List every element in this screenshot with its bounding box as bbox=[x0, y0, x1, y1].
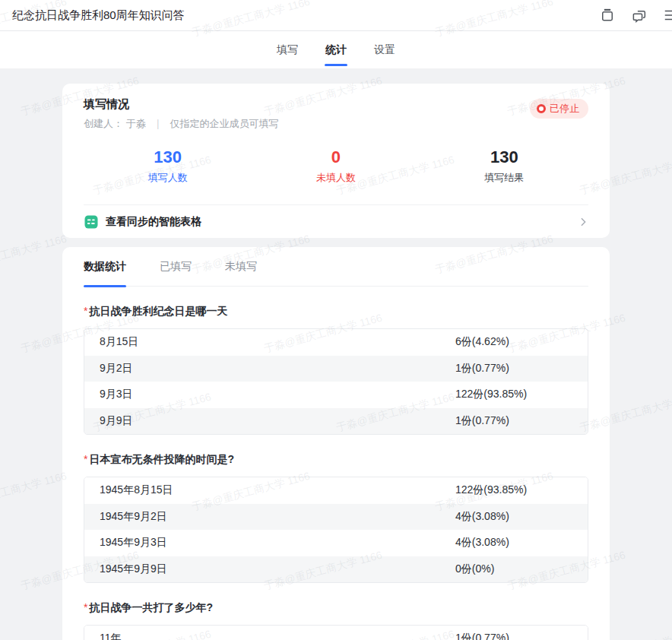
summary-card-title: 填写情况 bbox=[84, 97, 279, 112]
page-title: 纪念抗日战争胜利80周年知识问答 bbox=[12, 8, 185, 23]
option-label: 1945年9月9日 bbox=[84, 562, 167, 576]
option-count: 6份(4.62%) bbox=[455, 335, 509, 349]
option-count: 1份(0.77%) bbox=[455, 362, 509, 375]
tab-settings[interactable]: 设置 bbox=[373, 31, 396, 68]
stat-unfilled-count: 0 未填人数 bbox=[252, 147, 420, 185]
question-block: *抗日战争胜利纪念日是哪一天 8月15日6份(4.62%)9月2日1份(0.77… bbox=[84, 305, 588, 435]
option-count: 4份(3.08%) bbox=[455, 510, 509, 524]
smart-sheet-icon bbox=[84, 214, 99, 230]
questions-list: *抗日战争胜利纪念日是哪一天 8月15日6份(4.62%)9月2日1份(0.77… bbox=[84, 305, 588, 640]
question-title: *抗日战争胜利纪念日是哪一天 bbox=[84, 305, 588, 318]
option-row: 8月15日6份(4.62%) bbox=[84, 329, 588, 356]
title-bar: 纪念抗日战争胜利80周年知识问答 bbox=[0, 0, 672, 31]
option-count: 122份(93.85%) bbox=[455, 483, 527, 497]
main-tab-bar: 填写 统计 设置 bbox=[0, 31, 672, 68]
status-badge: 已停止 bbox=[530, 99, 588, 119]
question-block: *日本宣布无条件投降的时间是? 1945年8月15日122份(93.85%)19… bbox=[84, 453, 588, 583]
option-count: 122份(93.85%) bbox=[455, 388, 527, 401]
stat-result-count: 130 填写结果 bbox=[420, 147, 588, 185]
stat-value: 0 bbox=[252, 147, 420, 167]
option-count: 4份(3.08%) bbox=[455, 536, 509, 550]
creator-line: 创建人： 于淼 ｜ 仅指定的企业成员可填写 bbox=[84, 117, 279, 131]
option-row: 1945年9月9日0份(0%) bbox=[84, 556, 588, 583]
option-label: 1945年9月2日 bbox=[84, 510, 167, 524]
option-label: 1945年9月3日 bbox=[84, 536, 167, 550]
chevron-right-icon bbox=[578, 217, 588, 227]
stat-label: 填写人数 bbox=[84, 171, 252, 185]
summary-card-header: 填写情况 创建人： 于淼 ｜ 仅指定的企业成员可填写 已停止 bbox=[84, 97, 588, 131]
option-count: 1份(0.77%) bbox=[455, 414, 509, 428]
question-block: *抗日战争一共打了多少年? 11年1份(0.77%) bbox=[84, 601, 588, 640]
printer-icon[interactable] bbox=[599, 7, 616, 24]
required-asterisk: * bbox=[84, 453, 87, 465]
stopped-icon bbox=[537, 104, 546, 113]
option-row: 1945年9月3日4份(3.08%) bbox=[84, 530, 588, 556]
question-title-text: 抗日战争胜利纪念日是哪一天 bbox=[89, 305, 227, 317]
titlebar-icons bbox=[599, 7, 669, 24]
tab-statistics[interactable]: 统计 bbox=[325, 31, 347, 68]
option-label: 9月9日 bbox=[84, 414, 133, 428]
option-row: 9月2日1份(0.77%) bbox=[84, 356, 588, 382]
status-badge-label: 已停止 bbox=[550, 102, 579, 116]
separator: ｜ bbox=[153, 118, 163, 129]
option-label: 9月3日 bbox=[84, 388, 133, 401]
creator-label: 创建人： bbox=[84, 118, 123, 129]
option-label: 8月15日 bbox=[84, 335, 138, 349]
menu-icon[interactable] bbox=[663, 7, 672, 24]
question-title: *日本宣布无条件投降的时间是? bbox=[84, 453, 588, 467]
option-row: 9月9日1份(0.77%) bbox=[84, 408, 588, 435]
option-label: 9月2日 bbox=[84, 362, 133, 375]
options-table: 8月15日6份(4.62%)9月2日1份(0.77%)9月3日122份(93.8… bbox=[84, 328, 588, 435]
data-statistics-card: 数据统计 已填写 未填写 *抗日战争胜利纪念日是哪一天 8月15日6份(4.62… bbox=[62, 247, 610, 640]
option-row: 1945年9月2日4份(3.08%) bbox=[84, 504, 588, 531]
creator-name: 于淼 bbox=[126, 118, 146, 129]
stats-row: 130 填写人数 0 未填人数 130 填写结果 bbox=[84, 147, 588, 185]
question-title: *抗日战争一共打了多少年? bbox=[84, 601, 588, 615]
stat-value: 130 bbox=[420, 147, 588, 167]
tab-fill[interactable]: 填写 bbox=[276, 31, 299, 68]
options-table: 1945年8月15日122份(93.85%)1945年9月2日4份(3.08%)… bbox=[84, 477, 588, 583]
fill-summary-card: 填写情况 创建人： 于淼 ｜ 仅指定的企业成员可填写 已停止 130 填写人数 … bbox=[62, 84, 610, 238]
question-title-text: 抗日战争一共打了多少年? bbox=[89, 601, 213, 613]
page-content: 填写情况 创建人： 于淼 ｜ 仅指定的企业成员可填写 已停止 130 填写人数 … bbox=[0, 68, 672, 640]
option-count: 1份(0.77%) bbox=[455, 632, 509, 640]
required-asterisk: * bbox=[84, 601, 87, 613]
stat-label: 未填人数 bbox=[252, 171, 420, 185]
summary-title-block: 填写情况 创建人： 于淼 ｜ 仅指定的企业成员可填写 bbox=[84, 97, 279, 131]
tab-unfilled[interactable]: 未填写 bbox=[225, 247, 257, 286]
stat-filled-count: 130 填写人数 bbox=[84, 147, 252, 185]
option-label: 1945年8月15日 bbox=[84, 483, 173, 497]
question-title-text: 日本宣布无条件投降的时间是? bbox=[89, 453, 234, 465]
options-table: 11年1份(0.77%) bbox=[84, 625, 588, 640]
tab-filled[interactable]: 已填写 bbox=[160, 247, 192, 286]
required-asterisk: * bbox=[84, 305, 87, 317]
stat-label: 填写结果 bbox=[420, 171, 588, 185]
comments-icon[interactable] bbox=[631, 7, 648, 24]
permission-text: 仅指定的企业成员可填写 bbox=[170, 118, 279, 129]
option-row: 1945年8月15日122份(93.85%) bbox=[84, 477, 588, 504]
option-row: 11年1份(0.77%) bbox=[84, 626, 588, 640]
smart-table-link-label: 查看同步的智能表格 bbox=[106, 215, 578, 229]
smart-table-link-row[interactable]: 查看同步的智能表格 bbox=[84, 204, 588, 238]
option-count: 0份(0%) bbox=[455, 562, 494, 576]
option-label: 11年 bbox=[84, 632, 122, 640]
option-row: 9月3日122份(93.85%) bbox=[84, 382, 588, 408]
statistics-tab-bar: 数据统计 已填写 未填写 bbox=[84, 247, 588, 287]
stat-value: 130 bbox=[84, 147, 252, 167]
tab-data-statistics[interactable]: 数据统计 bbox=[84, 247, 126, 286]
